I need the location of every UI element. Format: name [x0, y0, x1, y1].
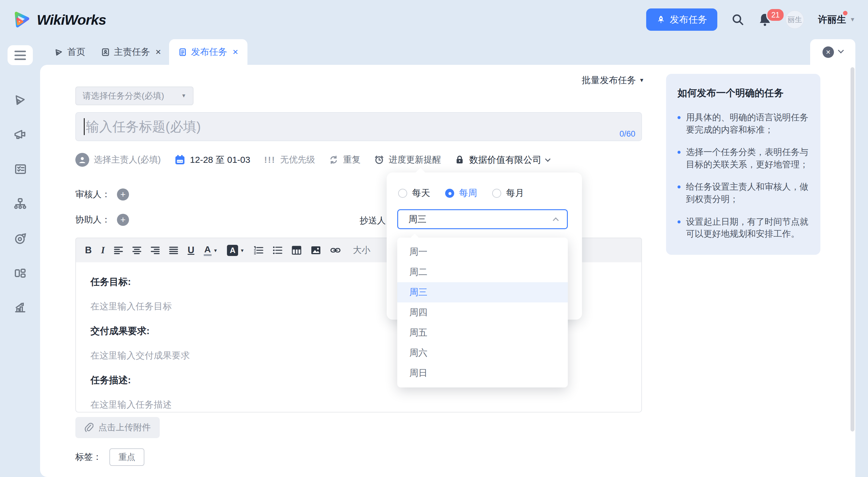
progress-reminder-toggle[interactable]: 进度更新提醒 [374, 154, 441, 166]
priority-label: 无优先级 [280, 154, 315, 166]
dropdown-option[interactable]: 周四 [397, 302, 568, 323]
insert-image-icon[interactable] [311, 246, 321, 255]
batch-publish-label: 批量发布任务 [582, 74, 636, 87]
sidebar-item-tasks-icon[interactable] [13, 162, 27, 176]
vertical-scrollbar[interactable] [850, 67, 855, 431]
font-color-icon[interactable]: A ▼ [204, 244, 218, 256]
caret-down-icon: ▼ [639, 77, 644, 84]
priority-picker[interactable]: !!! 无优先级 [264, 154, 315, 166]
sidebar-item-announcement-icon[interactable] [13, 127, 27, 141]
tab-bar: 首页 主责任务 ✕ 发布任务 ✕ [46, 39, 247, 65]
logo-text: WikiWorks [37, 11, 106, 28]
bold-icon[interactable]: B [85, 245, 92, 256]
sidebar-item-workspace-icon[interactable] [13, 93, 27, 107]
underline-icon[interactable]: U [187, 245, 194, 256]
dropdown-option-selected[interactable]: 周三 [397, 282, 568, 302]
font-size-select[interactable]: 大小 [353, 244, 370, 256]
menu-toggle-button[interactable] [7, 45, 33, 65]
add-assistant-button[interactable]: + [117, 214, 129, 226]
frequency-radio-group: 每天 每周 每月 [398, 187, 524, 199]
close-all-tabs-icon[interactable]: ✕ [823, 47, 834, 58]
reviewer-row: 审核人： + [75, 188, 129, 201]
dropdown-option[interactable]: 周日 [397, 363, 568, 383]
ordered-list-icon[interactable] [254, 246, 264, 255]
dropdown-option[interactable]: 周六 [397, 343, 568, 363]
upload-attachment-button[interactable]: 点击上传附件 [75, 417, 160, 438]
avatar[interactable]: 丽生 [785, 10, 804, 29]
person-icon [75, 153, 89, 167]
tab-publish-task-label: 发布任务 [191, 46, 227, 58]
tab-home[interactable]: 首页 [46, 39, 93, 65]
add-reviewer-button[interactable]: + [117, 188, 129, 201]
repeat-toggle[interactable]: 重复 [329, 154, 361, 166]
radio-weekly[interactable]: 每周 [445, 187, 477, 199]
align-left-icon[interactable] [114, 246, 123, 254]
sidebar-item-orgchart-icon[interactable] [13, 197, 27, 211]
document-icon [178, 48, 187, 57]
visibility-scope-picker[interactable]: 数据价值有限公司 [455, 154, 550, 166]
user-name: 许丽生 [818, 13, 846, 26]
tab-owner-tasks-label: 主责任务 [114, 46, 150, 58]
notifications-bell-icon[interactable]: 21 [758, 13, 772, 27]
tips-panel: 如何发布一个明确的任务 用具体的、明确的语言说明任务要完成的内容和标准； 选择一… [666, 74, 820, 255]
bullet-list-icon[interactable] [273, 246, 282, 255]
owner-picker-label: 选择主责人(必填) [94, 154, 161, 166]
app-logo[interactable]: WikiWorks [12, 10, 106, 30]
dropdown-option[interactable]: 周五 [397, 323, 568, 343]
tag-chip[interactable]: 重点 [110, 448, 144, 466]
tag-label: 标签： [75, 451, 101, 463]
bullet-dot [678, 116, 681, 119]
company-scope-label: 数据价值有限公司 [469, 154, 541, 166]
weekday-select-value: 周三 [408, 213, 427, 226]
insert-link-icon[interactable] [330, 246, 341, 254]
radio-daily[interactable]: 每天 [398, 187, 430, 199]
tag-row: 标签： 重点 [75, 448, 144, 466]
weekday-select[interactable]: 周三 [397, 209, 568, 229]
assistant-row: 协助人： + [75, 214, 129, 226]
dropdown-option[interactable]: 周一 [397, 242, 568, 262]
user-menu[interactable]: 许丽生 ▼ [818, 13, 855, 26]
align-center-icon[interactable] [132, 246, 141, 254]
align-right-icon[interactable] [151, 246, 160, 254]
align-justify-icon[interactable] [169, 246, 178, 254]
owner-picker[interactable]: 选择主责人(必填) [75, 153, 161, 167]
task-title-input[interactable]: 输入任务标题(必填) 0/60 [75, 112, 642, 141]
char-counter: 0/60 [619, 129, 635, 139]
top-header: WikiWorks 发布任务 [0, 0, 868, 39]
progress-reminder-label: 进度更新提醒 [389, 154, 441, 166]
tab-close-icon[interactable]: ✕ [232, 48, 239, 56]
search-icon[interactable] [731, 13, 744, 26]
highlight-color-icon[interactable]: A ▼ [227, 245, 244, 256]
text-cursor [84, 118, 85, 135]
priority-icon: !!! [264, 155, 276, 165]
publish-task-button[interactable]: 发布任务 [646, 8, 717, 31]
radio-monthly[interactable]: 每月 [492, 187, 524, 199]
alarm-clock-icon [374, 155, 384, 165]
task-category-select[interactable]: 请选择任务分类(必填) ▼ [75, 87, 193, 105]
date-range-label: 12-28 至 01-03 [190, 154, 250, 166]
left-sidebar [0, 39, 40, 477]
insert-table-icon[interactable] [292, 246, 301, 255]
paperclip-icon [84, 423, 93, 433]
rocket-icon [656, 15, 665, 24]
sidebar-item-okr-icon[interactable] [13, 232, 27, 245]
batch-publish-button[interactable]: 批量发布任务 ▼ [582, 74, 644, 87]
weekday-dropdown: 周一 周二 周三 周四 周五 周六 周日 [397, 238, 568, 387]
home-tab-icon [54, 48, 63, 57]
dropdown-option[interactable]: 周二 [397, 262, 568, 282]
id-card-icon [101, 48, 110, 57]
radio-circle-icon [492, 189, 501, 198]
date-range-picker[interactable]: 12-28 至 01-03 [175, 154, 250, 166]
sidebar-item-dashboard-icon[interactable] [13, 266, 27, 280]
cc-label: 抄送人 [360, 215, 386, 227]
radio-circle-icon [445, 189, 454, 198]
publish-task-label: 发布任务 [670, 13, 707, 26]
reviewer-label: 审核人： [75, 188, 110, 201]
italic-icon[interactable]: I [101, 245, 104, 256]
tab-publish-task[interactable]: 发布任务 ✕ [169, 39, 247, 65]
upload-attachment-label: 点击上传附件 [98, 421, 151, 434]
tab-list-chevron-icon[interactable] [839, 48, 843, 56]
tab-owner-tasks[interactable]: 主责任务 ✕ [93, 39, 169, 65]
tab-close-icon[interactable]: ✕ [155, 48, 161, 56]
sidebar-item-reports-icon[interactable] [13, 301, 27, 315]
